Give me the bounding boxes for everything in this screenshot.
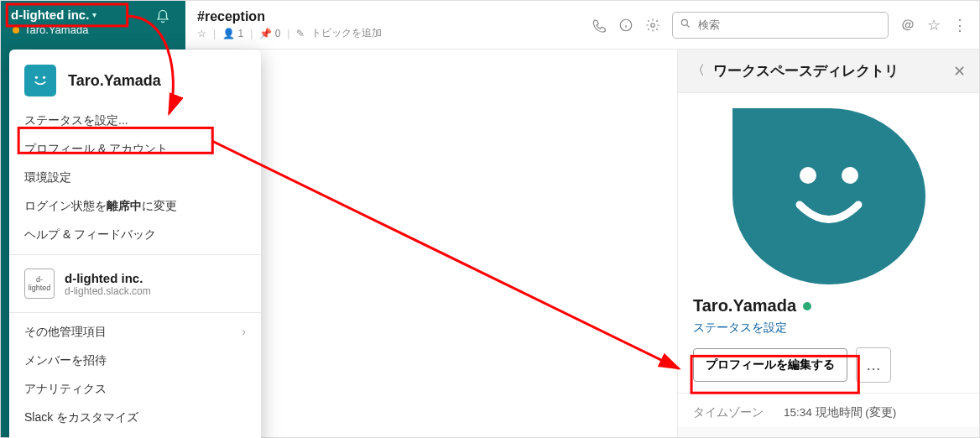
menu-invite[interactable]: メンバーを招待 (9, 347, 261, 375)
presence-active-icon (803, 302, 811, 310)
kebab-icon[interactable]: ⋮ (952, 16, 967, 34)
menu-profile-account[interactable]: プロフィール & アカウント (9, 135, 261, 164)
channel-meta: ☆ | 👤 1 | 📌 0 | ✎ トピックを追加 (197, 26, 382, 40)
search-input-wrap[interactable] (672, 12, 889, 39)
panel-title: ワークスペースディレクトリ (713, 61, 899, 81)
info-icon[interactable] (618, 18, 633, 33)
back-icon[interactable]: 〈 (691, 62, 705, 80)
chevron-down-icon: ▾ (92, 10, 96, 19)
menu-help-feedback[interactable]: ヘルプ & フィードバック (9, 221, 261, 249)
menu-sign-out[interactable]: d-lighted inc. からサインアウト (9, 432, 261, 438)
set-status-link[interactable]: ステータスを設定 (693, 321, 964, 336)
more-button[interactable]: … (856, 347, 891, 383)
profile-name: Taro.Yamada (693, 296, 796, 315)
menu-analytics[interactable]: アナリティクス (9, 375, 261, 404)
svg-point-4 (842, 167, 858, 184)
right-panel: 〈 ワークスペースディレクトリ ✕ Taro.Yamada ステータスを設定 プ… (677, 50, 979, 437)
menu-workspace-name: d-lighted inc. (65, 271, 151, 285)
menu-workspace-url: d-lighted.slack.com (65, 285, 151, 297)
timezone-row: タイムゾーン 15:34 現地時間 (変更) (678, 393, 979, 427)
workspace-menu: Taro.Yamada ステータスを設定... プロフィール & アカウント 環… (9, 50, 261, 438)
phone-icon[interactable] (592, 18, 607, 33)
svg-point-5 (35, 76, 38, 79)
menu-avatar (24, 65, 56, 96)
gear-icon[interactable] (645, 18, 660, 33)
channel-name[interactable]: #reception (197, 9, 382, 24)
members-icon[interactable]: 👤 1 (222, 28, 243, 39)
star-icon[interactable]: ☆ (197, 28, 206, 39)
edit-profile-button[interactable]: プロフィールを編集する (693, 348, 847, 382)
close-icon[interactable]: ✕ (953, 62, 966, 81)
search-input[interactable] (696, 18, 881, 32)
pin-icon[interactable]: 📌 0 (259, 28, 280, 39)
menu-set-status[interactable]: ステータスを設定... (9, 107, 261, 135)
channel-topic-prompt[interactable]: トピックを追加 (311, 26, 382, 40)
menu-workspace-row[interactable]: d-lighted d-lighted inc. d-lighted.slack… (9, 260, 261, 307)
presence-away-icon (13, 27, 19, 34)
workspace-switcher[interactable]: d-lighted inc. ▾ (1, 1, 185, 23)
workspace-icon: d-lighted (24, 269, 55, 299)
edit-icon: ✎ (296, 28, 305, 39)
menu-profile-name: Taro.Yamada (68, 72, 161, 90)
timezone-label: タイムゾーン (693, 405, 764, 420)
star-outline-icon[interactable]: ☆ (927, 16, 941, 34)
menu-set-away[interactable]: ログイン状態を離席中に変更 (9, 192, 261, 221)
menu-preferences[interactable]: 環境設定 (9, 164, 261, 192)
chevron-right-icon: › (242, 325, 246, 338)
workspace-name: d-lighted inc. (11, 8, 89, 22)
timezone-value: 15:34 現地時間 (変更) (784, 405, 896, 420)
at-icon[interactable]: ＠ (900, 15, 915, 35)
menu-admin-other[interactable]: その他管理項目 › (9, 318, 261, 347)
svg-point-2 (681, 19, 687, 25)
menu-separator-1 (9, 254, 261, 255)
sidebar-user-name: Taro.Yamada (24, 23, 88, 36)
search-icon (680, 18, 691, 32)
svg-point-6 (43, 76, 45, 79)
svg-point-1 (651, 23, 655, 27)
avatar (732, 108, 925, 284)
menu-separator-2 (9, 312, 261, 313)
channel-header: #reception ☆ | 👤 1 | 📌 0 | ✎ トピックを追加 (185, 1, 979, 50)
bell-icon[interactable] (155, 9, 170, 28)
menu-customize-slack[interactable]: Slack をカスタマイズ (9, 404, 261, 432)
svg-point-3 (800, 167, 816, 184)
